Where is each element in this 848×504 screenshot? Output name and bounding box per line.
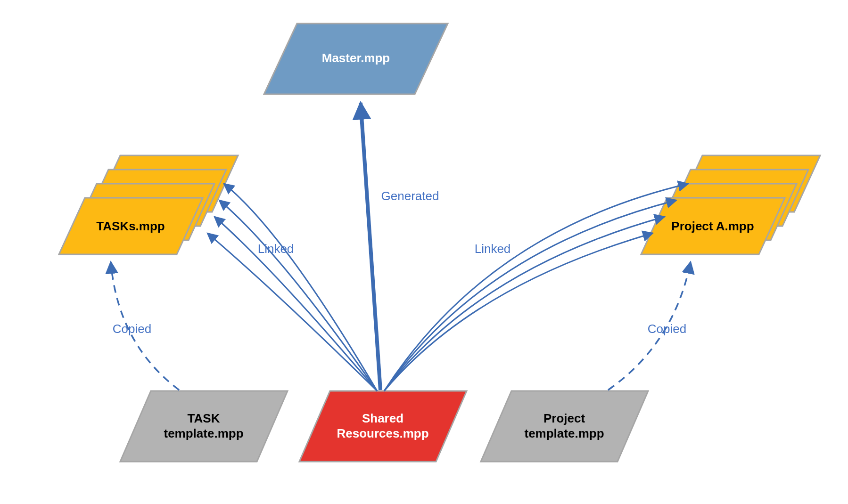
node-task-template-label1: TASK	[188, 411, 220, 425]
node-project-template: Project template.mpp	[481, 391, 648, 462]
node-shared-label1: Shared	[362, 411, 403, 425]
edge-copied-left: Copied	[111, 262, 179, 390]
node-tasks-stack: TASKs.mpp	[59, 155, 238, 254]
node-master: Master.mpp	[264, 24, 448, 94]
node-shared-resources: Shared Resources.mpp	[299, 391, 467, 462]
node-proj-template-label2: template.mpp	[524, 426, 604, 440]
svg-line-0	[361, 103, 380, 390]
node-task-template-label2: template.mpp	[164, 426, 243, 440]
node-proj-template-label1: Project	[543, 411, 585, 425]
edge-linked-right-label: Linked	[475, 242, 511, 256]
edge-generated-label: Generated	[381, 189, 439, 203]
node-projecta-label: Project A.mpp	[671, 219, 754, 233]
edge-linked-left-label: Linked	[258, 242, 294, 256]
edge-copied-right: Copied	[608, 262, 691, 390]
node-master-label: Master.mpp	[322, 51, 390, 65]
diagram-canvas: Master.mpp TASKs.mpp Project A.mpp TASK …	[0, 0, 848, 504]
edge-copied-left-label: Copied	[113, 322, 151, 336]
edge-copied-right-label: Copied	[648, 322, 686, 336]
node-shared-label2: Resources.mpp	[337, 426, 428, 440]
edge-linked-left: Linked	[207, 184, 377, 391]
node-projecta-stack: Project A.mpp	[641, 155, 820, 254]
node-task-template: TASK template.mpp	[120, 391, 288, 462]
node-tasks-label: TASKs.mpp	[96, 219, 165, 233]
